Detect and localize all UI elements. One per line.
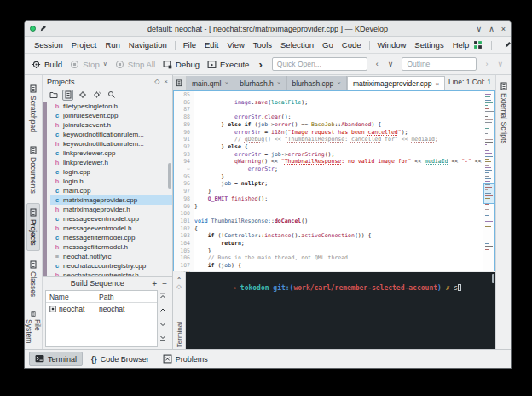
- execute-button[interactable]: Execute: [207, 60, 249, 69]
- maximize-button[interactable]: ∧: [489, 25, 494, 33]
- tree-item[interactable]: cneochataccountregistry.cpp: [50, 261, 172, 271]
- menu-session[interactable]: Session: [30, 38, 67, 51]
- statusbar-code-browser-button[interactable]: {} Code Browser: [86, 353, 154, 365]
- menu-window[interactable]: Window: [373, 38, 411, 51]
- toolbar-overflow-chevron[interactable]: ›: [257, 58, 263, 71]
- terminal-screen[interactable]: → tokodon git:(work/carl/remember-select…: [186, 272, 495, 349]
- tree-item[interactable]: cmatriximageprovider.cpp: [50, 195, 172, 205]
- menu-edit[interactable]: Edit: [200, 38, 223, 51]
- scratchpad-icon: [29, 84, 38, 93]
- editor-tab-blurhash-cpp[interactable]: blurhash.cpp×: [287, 76, 347, 90]
- tree-item-label: neochataccountregistry.h: [63, 271, 139, 276]
- move-top-icon[interactable]: [159, 293, 169, 302]
- chevron-down-icon[interactable]: ∨: [387, 60, 395, 68]
- perspective-selector[interactable]: Code ∨: [500, 39, 512, 50]
- tree-item[interactable]: hmessagefiltermodel.h: [50, 242, 172, 252]
- float-terminal-icon[interactable]: ◇: [176, 283, 181, 290]
- tree-item[interactable]: hkeywordnotificationrulem...: [50, 139, 172, 148]
- move-bottom-icon[interactable]: [159, 335, 169, 344]
- app-grid-icon[interactable]: [473, 40, 483, 50]
- outline-forward-icon[interactable]: ›: [484, 60, 489, 68]
- move-down-icon[interactable]: [159, 321, 169, 330]
- line-number: 86: [174, 99, 194, 107]
- remove-build-item-button[interactable]: −: [162, 279, 167, 288]
- statusbar-terminal-button[interactable]: Terminal: [29, 352, 83, 366]
- tree-item[interactable]: cmessageeventmodel.cpp: [50, 214, 172, 224]
- quick-open-input[interactable]: Quick Open...: [272, 57, 367, 71]
- tree-scrollbar[interactable]: [168, 163, 171, 189]
- tree-item[interactable]: cmain.cpp: [50, 186, 172, 195]
- tree-item[interactable]: clinkpreviewer.cpp: [50, 148, 172, 158]
- document-list-icon[interactable]: [173, 76, 187, 90]
- tree-item[interactable]: hjoinrulesevent.h: [50, 120, 172, 130]
- build-sequence-row[interactable]: neochat neochat: [46, 303, 157, 314]
- editor-tab-main-qml[interactable]: main.qml×: [187, 76, 234, 90]
- float-panel-icon[interactable]: ◇: [154, 78, 159, 85]
- sidebar-tab-file-system[interactable]: File System: [24, 306, 43, 350]
- build-button[interactable]: Build: [32, 60, 62, 69]
- tree-item[interactable]: hmatriximageprovider.h: [50, 205, 172, 214]
- titlebar[interactable]: default: neochat - [ neochat:src/matrixi…: [25, 21, 511, 37]
- tree-item[interactable]: hfiletypesingleton.h: [50, 102, 172, 111]
- sidebar-tab-scratchpad[interactable]: Scratchpad: [27, 80, 39, 137]
- debug-button[interactable]: Debug: [163, 60, 200, 69]
- menu-code[interactable]: Code: [338, 38, 366, 51]
- statusbar: Terminal {} Code Browser Problems: [25, 349, 511, 368]
- sidebar-tab-documents[interactable]: Documents: [27, 142, 39, 198]
- close-icon[interactable]: ×: [435, 80, 439, 88]
- close-terminal-icon[interactable]: ×: [177, 274, 182, 282]
- tree-item[interactable]: cjoinrulesevent.cpp: [50, 111, 172, 120]
- open-project-folder-button[interactable]: [48, 90, 59, 101]
- menu-go[interactable]: Go: [318, 38, 338, 51]
- sync-current-document-button[interactable]: [62, 90, 73, 101]
- minimap-scrollbar[interactable]: [483, 91, 494, 271]
- tree-item[interactable]: cmessagefiltermodel.cpp: [50, 233, 172, 242]
- tree-item[interactable]: hmessageeventmodel.h: [50, 224, 172, 233]
- chevron-down-icon[interactable]: ∨: [496, 60, 504, 68]
- stop-button[interactable]: Stop ∨: [70, 60, 107, 69]
- statusbar-problems-button[interactable]: Problems: [158, 352, 213, 365]
- editor-tab-matriximageprovider-cpp[interactable]: matriximageprovider.cpp×: [347, 76, 445, 90]
- tree-item[interactable]: hlogin.h: [50, 177, 172, 186]
- move-up-icon[interactable]: [159, 306, 169, 316]
- sidebar-tab-projects[interactable]: Projects: [26, 203, 40, 251]
- menu-view[interactable]: View: [223, 38, 248, 51]
- tree-branch-strip: [43, 102, 47, 276]
- code-editor[interactable]: 85868788899091929394~9596979899100101102…: [173, 90, 495, 271]
- close-icon[interactable]: ×: [224, 79, 228, 87]
- add-build-item-button[interactable]: +: [152, 279, 157, 288]
- close-icon[interactable]: ×: [337, 79, 341, 87]
- tree-item[interactable]: clogin.cpp: [50, 167, 172, 177]
- outline-back-icon[interactable]: ‹: [375, 60, 379, 68]
- minimize-button[interactable]: ∨: [477, 25, 483, 33]
- terminal-scrollbar[interactable]: [492, 274, 494, 283]
- filter-button[interactable]: [106, 90, 117, 101]
- stop-all-button[interactable]: Stop All: [115, 60, 155, 69]
- menu-help[interactable]: Help: [448, 38, 474, 51]
- tree-item[interactable]: hlinkpreviewer.h: [50, 158, 172, 167]
- menu-selection[interactable]: Selection: [276, 38, 318, 51]
- menu-run[interactable]: Run: [101, 38, 124, 51]
- close-panel-icon[interactable]: ×: [164, 78, 168, 85]
- close-button[interactable]: ×: [501, 25, 506, 33]
- column-header-path[interactable]: Path: [95, 293, 118, 301]
- menu-file[interactable]: File: [179, 38, 200, 51]
- line-number: 87: [174, 106, 194, 114]
- menu-tools[interactable]: Tools: [249, 38, 276, 51]
- editor-tab-blurhash-h[interactable]: blurhash.h×: [234, 76, 286, 90]
- code-line: }: [194, 248, 483, 255]
- tree-item[interactable]: hneochataccountregistry.h: [50, 271, 172, 276]
- menu-navigation[interactable]: Navigation: [124, 38, 171, 51]
- sidebar-tab-external-scripts[interactable]: External Scripts: [499, 79, 509, 148]
- tree-item[interactable]: ckeywordnotificationrulem...: [50, 130, 172, 139]
- outline-input[interactable]: Outline: [402, 57, 477, 71]
- build-settings-button[interactable]: [91, 90, 102, 101]
- column-header-name[interactable]: Name: [46, 293, 95, 301]
- menu-project[interactable]: Project: [67, 38, 101, 51]
- menu-settings[interactable]: Settings: [410, 38, 448, 51]
- project-settings-button[interactable]: [77, 90, 88, 101]
- sidebar-tab-classes[interactable]: Classes: [27, 256, 39, 301]
- code-pane[interactable]: image.save(localFile); errorStr.clear();…: [194, 91, 483, 271]
- tree-item[interactable]: ≡neochat.notifyrc: [50, 252, 172, 261]
- close-icon[interactable]: ×: [277, 79, 281, 87]
